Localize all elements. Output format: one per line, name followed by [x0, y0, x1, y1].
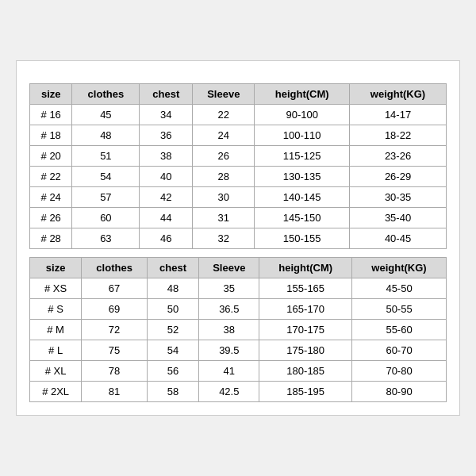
table2-header: sizeclotheschestSleeveheight(CM)weight(K…	[30, 258, 447, 278]
table-gap	[29, 249, 447, 257]
table-cell: # XL	[30, 361, 82, 382]
table-cell: 48	[147, 278, 198, 299]
table1-col-header: chest	[140, 84, 193, 105]
table-cell: 22	[193, 105, 255, 125]
table-cell: 50-55	[352, 299, 447, 320]
table1-col-header: clothes	[72, 84, 140, 105]
table-cell: 39.5	[199, 340, 259, 361]
table-cell: 35	[199, 278, 259, 299]
table-row: # 22544028130-13526-29	[30, 167, 447, 187]
table-cell: # M	[30, 320, 82, 340]
table-cell: # S	[30, 299, 82, 320]
table-cell: 140-145	[255, 187, 350, 208]
table1-header-row: sizeclotheschestSleeveheight(CM)weight(K…	[30, 84, 447, 105]
table-cell: 31	[193, 208, 255, 228]
table-row: # S695036.5165-17050-55	[30, 299, 447, 320]
table-cell: 24	[193, 125, 255, 146]
table-cell: 28	[193, 167, 255, 187]
table-cell: 72	[82, 320, 148, 340]
table-cell: # 16	[30, 105, 72, 125]
table1-col-header: weight(KG)	[350, 84, 447, 105]
table-cell: 58	[147, 382, 198, 402]
table-row: # M725238170-17555-60	[30, 320, 447, 340]
table-cell: 40	[140, 167, 193, 187]
table-row: # 28634632150-15540-45	[30, 228, 447, 249]
table-cell: # 2XL	[30, 382, 82, 402]
table-cell: 80-90	[352, 382, 447, 402]
table-cell: # 22	[30, 167, 72, 187]
table-cell: # L	[30, 340, 82, 361]
table2-col-header: weight(KG)	[352, 258, 447, 278]
table-cell: 52	[147, 320, 198, 340]
table-cell: 75	[82, 340, 148, 361]
table-cell: 35-40	[350, 208, 447, 228]
table-row: # 1645342290-10014-17	[30, 105, 447, 125]
table1-col-header: size	[30, 84, 72, 105]
table2-col-header: height(CM)	[259, 258, 352, 278]
table-cell: 30-35	[350, 187, 447, 208]
table2-col-header: Sleeve	[199, 258, 259, 278]
table-row: # 24574230140-14530-35	[30, 187, 447, 208]
table-cell: # 28	[30, 228, 72, 249]
table-cell: # 20	[30, 146, 72, 167]
table-cell: 36.5	[199, 299, 259, 320]
table-row: # 18483624100-11018-22	[30, 125, 447, 146]
table-cell: 45	[72, 105, 140, 125]
table-cell: 32	[193, 228, 255, 249]
table-cell: 130-135	[255, 167, 350, 187]
table-cell: 51	[72, 146, 140, 167]
table-cell: 155-165	[259, 278, 352, 299]
table-cell: 38	[140, 146, 193, 167]
table-cell: 63	[72, 228, 140, 249]
table-cell: 150-155	[255, 228, 350, 249]
table2-col-header: chest	[147, 258, 198, 278]
table-row: # XS674835155-16545-50	[30, 278, 447, 299]
table-cell: 90-100	[255, 105, 350, 125]
table-cell: 40-45	[350, 228, 447, 249]
table-cell: 36	[140, 125, 193, 146]
table-row: # L755439.5175-18060-70	[30, 340, 447, 361]
table2-body: # XS674835155-16545-50# S695036.5165-170…	[30, 278, 447, 402]
table-cell: # 18	[30, 125, 72, 146]
table-cell: 48	[72, 125, 140, 146]
table-cell: 50	[147, 299, 198, 320]
table-cell: 78	[82, 361, 148, 382]
table2-header-row: sizeclotheschestSleeveheight(CM)weight(K…	[30, 258, 447, 278]
table-cell: 100-110	[255, 125, 350, 146]
table1-body: # 1645342290-10014-17# 18483624100-11018…	[30, 105, 447, 249]
table-cell: 42	[140, 187, 193, 208]
table-row: # 26604431145-15035-40	[30, 208, 447, 228]
table-cell: 180-185	[259, 361, 352, 382]
table-cell: 45-50	[352, 278, 447, 299]
table-cell: 23-26	[350, 146, 447, 167]
table-cell: 70-80	[352, 361, 447, 382]
size-chart-card: sizeclotheschestSleeveheight(CM)weight(K…	[16, 60, 460, 416]
table1-header: sizeclotheschestSleeveheight(CM)weight(K…	[30, 84, 447, 105]
table-cell: 60	[72, 208, 140, 228]
table-row: # XL785641180-18570-80	[30, 361, 447, 382]
table-cell: 81	[82, 382, 148, 402]
table-cell: 14-17	[350, 105, 447, 125]
table-cell: 54	[72, 167, 140, 187]
table-cell: 60-70	[352, 340, 447, 361]
table-cell: 46	[140, 228, 193, 249]
table-cell: 26	[193, 146, 255, 167]
table-cell: 42.5	[199, 382, 259, 402]
table-cell: 185-195	[259, 382, 352, 402]
table-cell: 34	[140, 105, 193, 125]
table1-col-header: height(CM)	[255, 84, 350, 105]
table-cell: 175-180	[259, 340, 352, 361]
size-table-1: sizeclotheschestSleeveheight(CM)weight(K…	[29, 83, 447, 249]
table-cell: 30	[193, 187, 255, 208]
table-cell: 41	[199, 361, 259, 382]
table-cell: 26-29	[350, 167, 447, 187]
table-cell: 67	[82, 278, 148, 299]
table-cell: 57	[72, 187, 140, 208]
table-cell: 56	[147, 361, 198, 382]
table-cell: 55-60	[352, 320, 447, 340]
table1-col-header: Sleeve	[193, 84, 255, 105]
table-cell: # XS	[30, 278, 82, 299]
table-cell: # 24	[30, 187, 72, 208]
size-table-2: sizeclotheschestSleeveheight(CM)weight(K…	[29, 257, 447, 402]
table-cell: 54	[147, 340, 198, 361]
